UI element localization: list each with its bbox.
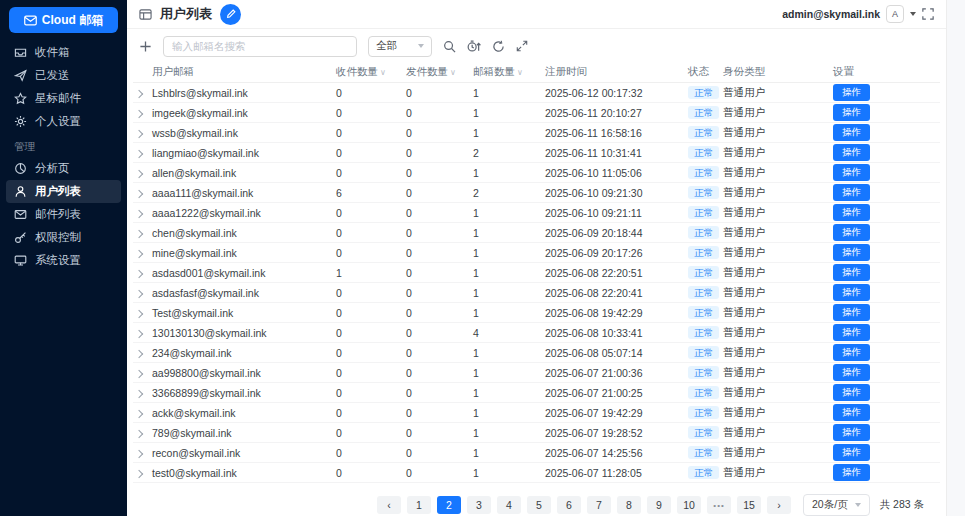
table-row[interactable]: 33668899@skymail.ink0012025-06-07 21:00:… xyxy=(133,383,940,403)
column-header-boxes[interactable]: 邮箱数量∨ xyxy=(470,61,542,83)
table-row[interactable]: imgeek@skymail.ink0012025-06-11 20:10:27… xyxy=(133,103,940,123)
table-row[interactable]: ackk@skymail.ink0012025-06-07 19:42:29正常… xyxy=(133,403,940,423)
row-action-button[interactable]: 操作 xyxy=(833,444,870,460)
refresh-icon[interactable] xyxy=(492,40,505,53)
pagination-page-7[interactable]: 7 xyxy=(587,496,611,514)
sidebar-item-mail-list[interactable]: 邮件列表 xyxy=(6,203,121,226)
row-expand-icon[interactable] xyxy=(135,429,143,437)
row-action-button[interactable]: 操作 xyxy=(833,424,870,440)
filter-select[interactable]: 全部 xyxy=(368,36,432,57)
search-icon[interactable] xyxy=(443,40,456,53)
table-row[interactable]: wssb@skymail.ink0012025-06-11 16:58:16正常… xyxy=(133,123,940,143)
table-row[interactable]: 234@skymail.ink0012025-06-08 05:07:14正常普… xyxy=(133,343,940,363)
sidebar-item-inbox[interactable]: 收件箱 xyxy=(6,41,121,64)
row-expand-icon[interactable] xyxy=(135,189,143,197)
pagination-prev[interactable]: ‹ xyxy=(377,496,401,514)
pagination-page-5[interactable]: 5 xyxy=(527,496,551,514)
row-action-button[interactable]: 操作 xyxy=(833,184,870,200)
sort-caret-icon[interactable]: ∨ xyxy=(450,68,456,77)
table-row[interactable]: 130130130@skymail.ink0042025-06-08 10:33… xyxy=(133,323,940,343)
row-action-button[interactable]: 操作 xyxy=(833,104,870,120)
table-row[interactable]: 789@skymail.ink0012025-06-07 19:28:52正常普… xyxy=(133,423,940,443)
table-row[interactable]: Test@skymail.ink0012025-06-08 19:42:29正常… xyxy=(133,303,940,323)
sidebar-item-system-settings[interactable]: 系统设置 xyxy=(6,249,121,272)
sidebar-item-personal-settings[interactable]: 个人设置 xyxy=(6,110,121,133)
pagination-page-3[interactable]: 3 xyxy=(467,496,491,514)
row-expand-icon[interactable] xyxy=(135,469,143,477)
row-action-button[interactable]: 操作 xyxy=(833,224,870,240)
row-expand-icon[interactable] xyxy=(135,409,143,417)
row-action-button[interactable]: 操作 xyxy=(833,304,870,320)
row-action-button[interactable]: 操作 xyxy=(833,204,870,220)
table-row[interactable]: recon@skymail.ink0012025-06-07 14:25:56正… xyxy=(133,443,940,463)
row-expand-icon[interactable] xyxy=(135,269,143,277)
sidebar-item-user-list[interactable]: 用户列表 xyxy=(6,180,121,203)
row-expand-icon[interactable] xyxy=(135,129,143,137)
table-row[interactable]: Lshblrs@skymail.ink0012025-06-12 00:17:3… xyxy=(133,83,940,103)
sidebar-item-analytics[interactable]: 分析页 xyxy=(6,157,121,180)
sidebar-item-sent[interactable]: 已发送 xyxy=(6,64,121,87)
row-expand-icon[interactable] xyxy=(135,329,143,337)
table-row[interactable]: allen@skymail.ink0012025-06-10 11:05:06正… xyxy=(133,163,940,183)
table-row[interactable]: aaaa1222@skymail.ink0012025-06-10 09:21:… xyxy=(133,203,940,223)
pagination-page-2[interactable]: 2 xyxy=(437,496,461,514)
sort-caret-icon[interactable]: ∨ xyxy=(380,68,386,77)
plus-icon[interactable] xyxy=(139,40,152,53)
expand-icon[interactable] xyxy=(516,40,528,52)
collapse-sidebar-icon[interactable] xyxy=(139,8,152,21)
pagination-page-10[interactable]: 10 xyxy=(677,496,701,514)
table-row[interactable]: asdasd001@skymail.ink1012025-06-08 22:20… xyxy=(133,263,940,283)
table-row[interactable]: aaaa111@skymail.ink6022025-06-10 09:21:3… xyxy=(133,183,940,203)
row-action-button[interactable]: 操作 xyxy=(833,124,870,140)
avatar[interactable]: A xyxy=(886,5,904,23)
row-expand-icon[interactable] xyxy=(135,449,143,457)
row-action-button[interactable]: 操作 xyxy=(833,344,870,360)
table-row[interactable]: asdasfasf@skymail.ink0012025-06-08 22:20… xyxy=(133,283,940,303)
sidebar-item-starred[interactable]: 星标邮件 xyxy=(6,87,121,110)
pagination-page-15[interactable]: 15 xyxy=(737,496,761,514)
sort-caret-icon[interactable]: ∨ xyxy=(517,68,523,77)
row-action-button[interactable]: 操作 xyxy=(833,264,870,280)
row-action-button[interactable]: 操作 xyxy=(833,244,870,260)
row-expand-icon[interactable] xyxy=(135,289,143,297)
row-expand-icon[interactable] xyxy=(135,249,143,257)
row-expand-icon[interactable] xyxy=(135,89,143,97)
row-action-button[interactable]: 操作 xyxy=(833,144,870,160)
row-action-button[interactable]: 操作 xyxy=(833,84,870,100)
logo-button[interactable]: Cloud 邮箱 xyxy=(9,7,118,33)
pagination-page-6[interactable]: 6 xyxy=(557,496,581,514)
pagination-next[interactable]: › xyxy=(767,496,791,514)
row-expand-icon[interactable] xyxy=(135,149,143,157)
row-action-button[interactable]: 操作 xyxy=(833,364,870,380)
pagination-page-4[interactable]: 4 xyxy=(497,496,521,514)
pagination-page-9[interactable]: 9 xyxy=(647,496,671,514)
row-expand-icon[interactable] xyxy=(135,229,143,237)
row-action-button[interactable]: 操作 xyxy=(833,404,870,420)
page-size-select[interactable]: 20条/页 xyxy=(803,494,870,516)
pagination-page-8[interactable]: 8 xyxy=(617,496,641,514)
table-row[interactable]: chen@skymail.ink0012025-06-09 20:18:44正常… xyxy=(133,223,940,243)
row-expand-icon[interactable] xyxy=(135,389,143,397)
column-header-sent[interactable]: 发件数量∨ xyxy=(403,61,470,83)
pagination-ellipsis[interactable]: ••• xyxy=(707,496,731,514)
table-row[interactable]: liangmiao@skymail.ink0022025-06-11 10:31… xyxy=(133,143,940,163)
row-action-button[interactable]: 操作 xyxy=(833,464,870,480)
row-expand-icon[interactable] xyxy=(135,169,143,177)
pagination-page-1[interactable]: 1 xyxy=(407,496,431,514)
table-row[interactable]: mine@skymail.ink0012025-06-09 20:17:26正常… xyxy=(133,243,940,263)
caret-down-icon[interactable] xyxy=(910,12,916,16)
row-expand-icon[interactable] xyxy=(135,369,143,377)
timer-icon[interactable] xyxy=(467,40,481,53)
sidebar-item-permissions[interactable]: 权限控制 xyxy=(6,226,121,249)
row-expand-icon[interactable] xyxy=(135,309,143,317)
fullscreen-icon[interactable] xyxy=(922,8,934,20)
table-row[interactable]: aa998800@skymail.ink0012025-06-07 21:00:… xyxy=(133,363,940,383)
row-expand-icon[interactable] xyxy=(135,349,143,357)
column-header-received[interactable]: 收件数量∨ xyxy=(333,61,403,83)
row-action-button[interactable]: 操作 xyxy=(833,164,870,180)
row-action-button[interactable]: 操作 xyxy=(833,384,870,400)
row-expand-icon[interactable] xyxy=(135,109,143,117)
search-input[interactable] xyxy=(163,36,357,57)
row-action-button[interactable]: 操作 xyxy=(833,284,870,300)
row-action-button[interactable]: 操作 xyxy=(833,324,870,340)
